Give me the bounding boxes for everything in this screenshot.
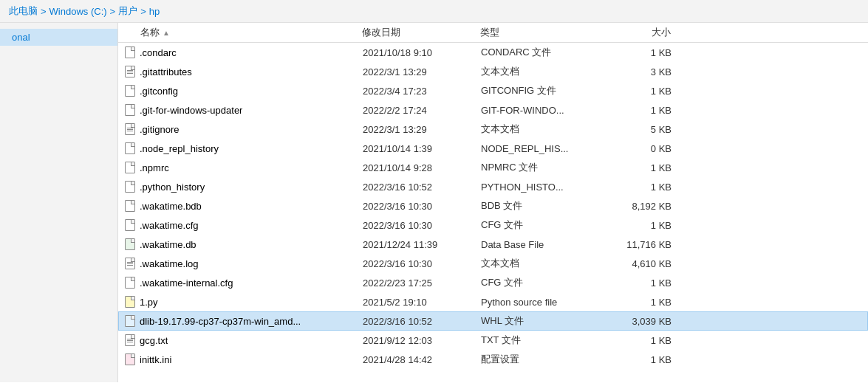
file-list: .condarc 2021/10/18 9:10 CONDARC 文件 1 KB… <box>118 43 868 382</box>
file-text-icon <box>125 258 135 269</box>
table-row[interactable]: .wakatime.cfg 2022/3/16 10:30 CFG 文件 1 K… <box>118 215 868 235</box>
file-name-cell: .git-for-windows-updater <box>119 104 363 116</box>
table-row[interactable]: .wakatime.bdb 2022/3/16 10:30 BDB 文件 8,1… <box>118 196 868 215</box>
col-header-name[interactable]: 名称 ▲ <box>118 26 362 39</box>
file-name-label: .git-for-windows-updater <box>140 105 242 116</box>
file-generic-icon <box>125 162 135 173</box>
table-row[interactable]: .gitconfig 2022/3/4 17:23 GITCONFIG 文件 1… <box>118 81 868 100</box>
file-whl-icon <box>125 315 135 327</box>
file-date-cell: 2022/3/16 10:30 <box>363 201 481 212</box>
table-row[interactable]: 1.py 2021/5/2 19:10 Python source file 1… <box>118 292 868 311</box>
file-name-cell: .npmrc <box>119 162 363 173</box>
table-row[interactable]: .wakatime.log 2022/3/16 10:30 文本文档 4,610… <box>118 254 868 273</box>
file-txt-icon <box>125 334 135 346</box>
sidebar: onal <box>0 23 118 382</box>
file-date-cell: 2022/3/16 10:52 <box>363 316 481 327</box>
file-ini-icon <box>125 353 135 365</box>
file-name-cell: .condarc <box>119 46 363 58</box>
file-name-label: gcg.txt <box>140 335 168 346</box>
file-name-cell: inittk.ini <box>119 353 363 365</box>
file-size-cell: 1 KB <box>606 220 680 231</box>
file-type-cell: NODE_REPL_HIS... <box>481 143 606 154</box>
file-name-label: .wakatime.bdb <box>140 201 202 212</box>
file-name-label: 1.py <box>140 297 158 308</box>
file-name-label: .npmrc <box>140 162 169 173</box>
file-date-cell: 2021/9/12 12:03 <box>363 335 481 346</box>
file-size-cell: 4,610 KB <box>606 258 680 269</box>
file-date-cell: 2022/3/4 17:23 <box>363 86 481 97</box>
file-name-cell: .node_repl_history <box>119 142 363 154</box>
file-type-cell: Data Base File <box>481 239 606 250</box>
col-header-date[interactable]: 修改日期 <box>362 26 480 39</box>
breadcrumb-pc[interactable]: 此电脑 <box>9 4 38 18</box>
file-date-cell: 2021/10/14 9:28 <box>363 162 481 173</box>
file-text-icon <box>125 123 135 135</box>
breadcrumb: 此电脑 > Windows (C:) > 用户 > hp <box>0 0 868 23</box>
file-size-cell: 1 KB <box>606 162 680 173</box>
file-date-cell: 2022/2/2 17:24 <box>363 105 481 116</box>
file-name-cell: .wakatime.bdb <box>119 200 363 212</box>
file-db-icon <box>125 238 135 250</box>
table-row[interactable]: .condarc 2021/10/18 9:10 CONDARC 文件 1 KB <box>118 43 868 62</box>
file-size-cell: 3,039 KB <box>606 316 680 327</box>
file-generic-icon <box>125 181 135 193</box>
file-generic-icon <box>125 104 135 116</box>
file-name-cell: .wakatime.log <box>119 258 363 269</box>
file-name-label: .python_history <box>140 182 205 193</box>
file-type-cell: 文本文档 <box>481 257 606 270</box>
table-row[interactable]: .gitattributes 2022/3/1 13:29 文本文档 3 KB <box>118 62 868 81</box>
file-name-label: .wakatime.log <box>140 258 198 269</box>
sidebar-item-onal[interactable]: onal <box>0 29 117 46</box>
table-row[interactable]: inittk.ini 2021/4/28 14:42 配置设置 1 KB <box>118 350 868 369</box>
file-size-cell: 1 KB <box>606 47 680 58</box>
file-date-cell: 2022/2/23 17:25 <box>363 277 481 289</box>
file-type-cell: TXT 文件 <box>481 334 606 347</box>
file-size-cell: 8,192 KB <box>606 201 680 212</box>
table-row[interactable]: .python_history 2022/3/16 10:52 PYTHON_H… <box>118 177 868 196</box>
file-name-label: .wakatime.cfg <box>140 220 198 231</box>
file-name-cell: 1.py <box>119 296 363 308</box>
file-type-cell: NPMRC 文件 <box>481 161 606 174</box>
file-name-cell: gcg.txt <box>119 334 363 346</box>
file-type-cell: 文本文档 <box>481 65 606 78</box>
breadcrumb-c[interactable]: Windows (C:) <box>49 6 107 17</box>
file-size-cell: 11,716 KB <box>606 239 680 250</box>
table-row[interactable]: .gitignore 2022/3/1 13:29 文本文档 5 KB <box>118 120 868 139</box>
breadcrumb-users[interactable]: 用户 <box>118 4 137 18</box>
table-row[interactable]: .wakatime-internal.cfg 2022/2/23 17:25 C… <box>118 273 868 292</box>
file-date-cell: 2022/3/16 10:30 <box>363 258 481 269</box>
file-type-cell: 配置设置 <box>481 353 606 366</box>
file-size-cell: 1 KB <box>606 277 680 289</box>
file-size-cell: 5 KB <box>606 124 680 135</box>
col-header-type[interactable]: 类型 <box>480 26 606 39</box>
file-name-label: .gitignore <box>140 124 179 135</box>
table-row[interactable]: dlib-19.17.99-cp37-cp37m-win_amd... 2022… <box>118 311 868 331</box>
file-generic-icon <box>125 277 135 289</box>
file-name-cell: .wakatime-internal.cfg <box>119 277 363 289</box>
file-date-cell: 2021/12/24 11:39 <box>363 239 481 250</box>
file-name-label: .wakatime-internal.cfg <box>140 277 233 289</box>
file-size-cell: 1 KB <box>606 86 680 97</box>
table-row[interactable]: .wakatime.db 2021/12/24 11:39 Data Base … <box>118 235 868 254</box>
file-name-label: .gitattributes <box>140 66 192 77</box>
column-headers: 名称 ▲ 修改日期 类型 大小 <box>118 23 868 43</box>
breadcrumb-hp[interactable]: hp <box>149 6 160 17</box>
file-size-cell: 1 KB <box>606 354 680 365</box>
file-name-label: .node_repl_history <box>140 143 219 154</box>
file-name-cell: .wakatime.db <box>119 238 363 250</box>
file-type-cell: CFG 文件 <box>481 218 606 232</box>
file-type-cell: GITCONFIG 文件 <box>481 84 606 97</box>
table-row[interactable]: .git-for-windows-updater 2022/2/2 17:24 … <box>118 100 868 120</box>
table-row[interactable]: .node_repl_history 2021/10/14 1:39 NODE_… <box>118 139 868 158</box>
col-header-size[interactable]: 大小 <box>606 26 680 39</box>
table-row[interactable]: gcg.txt 2021/9/12 12:03 TXT 文件 1 KB <box>118 331 868 350</box>
file-date-cell: 2021/5/2 19:10 <box>363 297 481 308</box>
file-size-cell: 1 KB <box>606 335 680 346</box>
file-date-cell: 2022/3/16 10:30 <box>363 220 481 231</box>
sort-arrow-icon: ▲ <box>163 29 170 37</box>
file-name-cell: .gitattributes <box>119 66 363 77</box>
table-row[interactable]: .npmrc 2021/10/14 9:28 NPMRC 文件 1 KB <box>118 158 868 177</box>
file-name-label: .wakatime.db <box>140 239 197 250</box>
file-name-label: dlib-19.17.99-cp37-cp37m-win_amd... <box>140 316 301 327</box>
breadcrumb-sep-2: > <box>110 6 116 17</box>
